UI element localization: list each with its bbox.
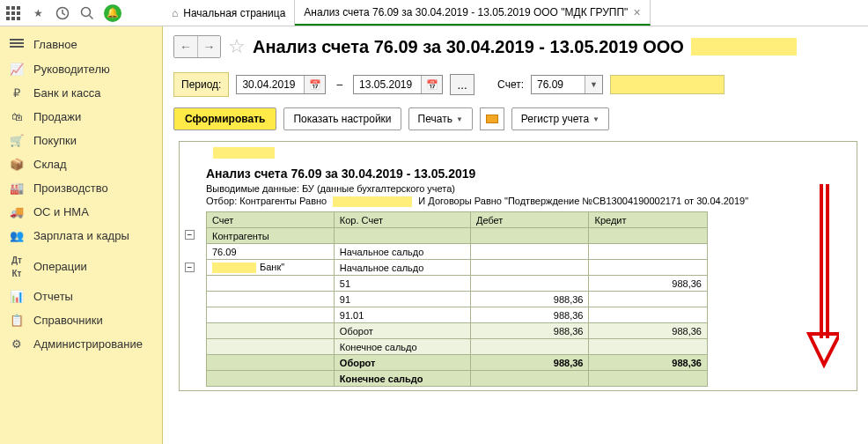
col-sub: Контрагенты [207,228,335,244]
sidebar-item-1[interactable]: 📈Руководителю [0,57,162,81]
report-area: Анализ счета 76.09 за 30.04.2019 - 13.05… [179,141,857,391]
tab-home-label: Начальная страница [183,7,285,19]
register-button[interactable]: Регистр учета▼ [511,107,609,130]
sidebar-item-label: Продажи [33,110,81,123]
factory-icon: 🏭 [9,181,25,195]
table-row: Оборот988,36988,36 [207,355,708,371]
table-row: Оборот988,36988,36 [207,323,708,339]
sidebar: Главное📈Руководителю₽Банк и касса🛍Продаж… [0,26,163,444]
sidebar-item-10[interactable]: 📊Отчеты [0,285,162,308]
sidebar-item-label: Операции [33,260,87,273]
date-to-input[interactable] [354,76,421,93]
sidebar-item-11[interactable]: 📋Справочники [0,308,162,332]
period-picker-button[interactable]: ... [450,74,474,95]
col-debit: Дебет [471,212,589,228]
sidebar-item-label: Главное [33,38,77,51]
account-label: Счет: [497,78,524,91]
apps-icon[interactable] [5,5,21,21]
bars-icon: 📊 [9,290,25,303]
sidebar-item-label: Склад [33,158,67,171]
sidebar-item-label: Руководителю [33,63,110,76]
calendar-to-icon[interactable]: 📅 [421,76,442,93]
sidebar-item-4[interactable]: 🛒Покупки [0,129,162,152]
box-icon: 📦 [9,158,25,171]
table-row: 76.09Начальное сальдо [207,244,708,260]
table-row: Банк"Начальное сальдо [207,260,708,276]
tab-home[interactable]: ⌂ Начальная страница [163,0,295,26]
sidebar-item-label: Справочники [33,314,103,327]
sidebar-item-label: Банк и касса [33,86,101,100]
calendar-from-icon[interactable]: 📅 [304,76,325,93]
redacted-text [333,196,412,207]
show-settings-button[interactable]: Показать настройки [283,107,401,130]
svg-rect-8 [17,17,20,20]
sidebar-item-0[interactable]: Главное [0,32,162,57]
svg-rect-3 [6,11,10,15]
bag-icon: 🛍 [9,110,25,123]
svg-rect-1 [11,6,15,10]
annotation-arrow-icon [804,184,839,369]
col-cor-account: Кор. Счет [334,212,470,228]
date-from-input[interactable] [237,76,304,93]
account-input[interactable] [532,76,585,93]
envelope-icon [486,115,498,123]
sidebar-item-label: Зарплата и кадры [33,229,129,242]
nav-buttons: ← → [173,35,221,58]
cart-icon: 🛒 [9,134,25,147]
tab-analysis[interactable]: Анализ счета 76.09 за 30.04.2019 - 13.05… [295,0,650,26]
chart-icon: 📈 [9,63,25,76]
svg-rect-2 [17,6,20,10]
col-credit: Кредит [589,212,708,228]
sidebar-item-5[interactable]: 📦Склад [0,152,162,176]
collapse-node-button[interactable]: − [185,263,195,272]
svg-rect-6 [6,17,10,20]
generate-button[interactable]: Сформировать [173,107,276,130]
sidebar-item-9[interactable]: ДтКтОперации [0,248,162,285]
people-icon: 👥 [9,229,25,242]
sidebar-item-label: Покупки [33,134,77,147]
svg-rect-5 [17,11,20,15]
table-row: Конечное сальдо [207,339,708,355]
favorite-icon[interactable]: ★ [30,5,46,21]
sidebar-item-3[interactable]: 🛍Продажи [0,105,162,129]
ops-icon: ДтКт [9,253,25,279]
close-icon[interactable]: × [633,5,640,19]
gear-icon: ⚙ [9,337,25,351]
sidebar-item-6[interactable]: 🏭Производство [0,176,162,200]
forward-button[interactable]: → [197,36,220,57]
sidebar-item-label: Администрирование [33,337,143,351]
menu-icon [9,37,25,52]
sidebar-item-12[interactable]: ⚙Администрирование [0,332,162,356]
back-button[interactable]: ← [174,36,197,57]
sidebar-item-8[interactable]: 👥Зарплата и кадры [0,224,162,248]
email-button[interactable] [480,107,504,130]
bookmark-icon[interactable]: ☆ [228,35,246,58]
redacted-text [213,147,275,159]
svg-point-10 [82,7,91,16]
sidebar-item-label: ОС и НМА [33,205,89,218]
sidebar-item-label: Производство [33,181,108,195]
sidebar-item-7[interactable]: 🚚ОС и НМА [0,200,162,224]
print-button[interactable]: Печать▼ [408,107,473,130]
sidebar-item-2[interactable]: ₽Банк и касса [0,81,162,105]
svg-rect-4 [11,11,15,15]
tab-analysis-label: Анализ счета 76.09 за 30.04.2019 - 13.05… [304,6,628,18]
book-icon: 📋 [9,314,25,327]
report-table: Счет Кор. Счет Дебет Кредит Контрагенты … [206,211,708,387]
table-row: Конечное сальдо [207,371,708,387]
table-row: 51988,36 [207,276,708,292]
page-title: Анализ счета 76.09 за 30.04.2019 - 13.05… [253,37,684,57]
history-icon[interactable] [55,5,70,21]
search-icon[interactable] [79,5,95,21]
ruble-icon: ₽ [9,86,25,100]
redacted-field [610,75,725,94]
table-row: 91.01988,36 [207,307,708,323]
sidebar-item-label: Отчеты [33,290,73,303]
svg-rect-0 [6,6,10,10]
home-icon: ⌂ [172,7,178,19]
svg-rect-7 [11,17,15,20]
collapse-node-button[interactable]: − [185,230,195,240]
chevron-down-icon[interactable]: ▼ [585,76,602,93]
notifications-icon[interactable]: 🔔 [104,4,121,22]
report-title: Анализ счета 76.09 за 30.04.2019 - 13.05… [206,163,853,182]
